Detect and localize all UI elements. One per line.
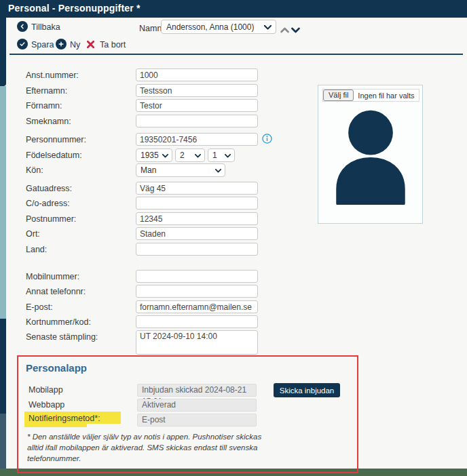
- mobilapp-status-field: Inbjudan skickad 2024-08-21 15:01: [137, 384, 257, 397]
- fodelsedatum-label: Födelsedatum:: [26, 151, 82, 160]
- land-label: Land:: [26, 245, 47, 254]
- left-strip-navy-mid: [0, 319, 6, 414]
- birth-month-value: 2: [180, 151, 185, 160]
- notifieringsmetod-label: Notifieringsmetod*:: [29, 414, 100, 423]
- ort-label: Ort:: [26, 229, 40, 239]
- postnummer-input[interactable]: [136, 212, 258, 225]
- kortnummer-input[interactable]: [136, 315, 258, 328]
- anst-nummer-input[interactable]: [136, 68, 258, 81]
- save-button-label[interactable]: Spara: [31, 40, 54, 49]
- annat-telefonnr-input[interactable]: [136, 285, 258, 298]
- webbapp-label: Webbapp: [29, 400, 64, 410]
- notifieringsmetod-field: E-post: [137, 414, 257, 427]
- photo-panel: Välj fil Ingen fil har valts: [318, 85, 423, 224]
- efternamn-input[interactable]: [136, 84, 258, 97]
- efternamn-label: Efternamn:: [26, 86, 67, 96]
- ort-input[interactable]: [136, 227, 258, 240]
- no-file-text: Ingen fil har valts: [358, 92, 414, 100]
- fornamn-label: Förnamn:: [26, 101, 62, 111]
- gender-select[interactable]: Man: [136, 163, 225, 177]
- webbapp-status-field: Aktiverad: [137, 399, 257, 412]
- birth-day-select[interactable]: 1: [208, 148, 235, 162]
- employee-select[interactable]: Andersson, Anna (1000): [161, 20, 276, 34]
- delete-x-icon[interactable]: [86, 39, 95, 52]
- chevron-up-icon: [280, 24, 289, 35]
- smeknamn-label: Smeknamn:: [26, 117, 71, 126]
- title-bar: Personal - Personuppgifter *: [0, 0, 467, 18]
- gatuadress-label: Gatuadress:: [26, 184, 72, 193]
- senaste-stampling-textarea[interactable]: UT 2024-09-10 14:00: [136, 330, 258, 355]
- choose-file-button[interactable]: Välj fil: [323, 90, 354, 101]
- personnummer-label: Personnummer:: [26, 135, 86, 144]
- bottom-green-bar: [0, 469, 467, 476]
- birth-day-value: 1: [212, 151, 217, 160]
- co-adress-input[interactable]: [136, 197, 258, 210]
- gatuadress-input[interactable]: [136, 182, 258, 195]
- check-icon: [19, 38, 26, 50]
- senaste-stampling-label: Senaste stämpling:: [26, 332, 98, 342]
- file-input[interactable]: Välj fil Ingen fil har valts: [322, 89, 419, 102]
- smeknamn-input[interactable]: [136, 115, 258, 127]
- info-icon[interactable]: [262, 134, 272, 146]
- chevron-left-icon: [19, 20, 26, 33]
- postnummer-label: Postnummer:: [26, 214, 76, 224]
- fornamn-input[interactable]: [136, 99, 258, 112]
- personalapp-heading: Personalapp: [26, 362, 87, 374]
- page-title: Personal - Personuppgifter *: [8, 3, 141, 14]
- mobilapp-label: Mobilapp: [29, 385, 63, 395]
- previous-record-button[interactable]: [280, 24, 289, 36]
- employee-select-value: Andersson, Anna (1000): [166, 22, 254, 32]
- toolbar-divider: [10, 54, 463, 55]
- gender-value: Man: [141, 165, 156, 175]
- anst-nummer-label: Anst.nummer:: [26, 71, 79, 80]
- personnummer-input[interactable]: [136, 133, 258, 146]
- chevron-down-icon: [291, 24, 300, 35]
- co-adress-label: C/o-adress:: [26, 199, 70, 208]
- new-button-label[interactable]: Ny: [70, 40, 80, 49]
- send-invite-button[interactable]: Skicka inbjudan: [274, 383, 340, 397]
- footnote-text: * Den anställde väljer själv typ av noti…: [27, 431, 266, 464]
- next-record-button[interactable]: [291, 24, 300, 36]
- epost-input[interactable]: [136, 300, 258, 313]
- epost-label: E-post:: [26, 302, 53, 312]
- new-button[interactable]: [56, 39, 67, 49]
- save-button[interactable]: [17, 39, 28, 49]
- left-strip-teal: [0, 86, 6, 319]
- mobilnummer-input[interactable]: [136, 270, 258, 283]
- back-button[interactable]: [17, 21, 28, 32]
- annat-telefonnr-label: Annat telefonnr:: [26, 287, 86, 296]
- avatar-placeholder-icon: [331, 106, 410, 207]
- left-strip-navy-top: [0, 18, 6, 86]
- birth-month-select[interactable]: 2: [175, 148, 205, 162]
- mobilnummer-label: Mobilnummer:: [26, 272, 79, 281]
- plus-icon: [58, 38, 64, 50]
- left-strip-slate: [0, 414, 6, 469]
- birth-year-value: 1935: [141, 151, 159, 160]
- yellow-highlight-tail: [24, 422, 87, 427]
- back-button-label[interactable]: Tillbaka: [31, 22, 60, 32]
- kortnummer-label: Kortnummer/kod:: [26, 317, 91, 327]
- land-input[interactable]: [136, 243, 258, 256]
- delete-button-label[interactable]: Ta bort: [100, 40, 126, 49]
- birth-year-select[interactable]: 1935: [136, 148, 172, 162]
- kon-label: Kön:: [26, 165, 43, 175]
